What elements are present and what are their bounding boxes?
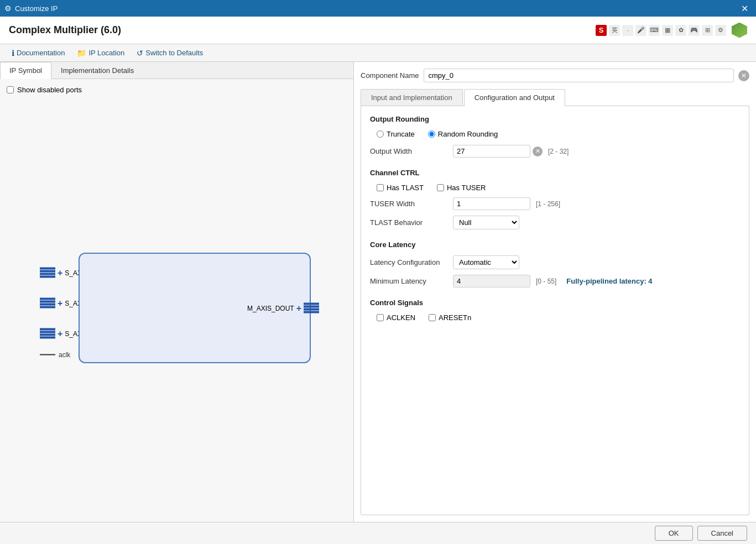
has-tlast-option[interactable]: Has TLAST — [377, 184, 424, 192]
ip-diagram: + S_AXIS_A + S_AXIS_B — [7, 101, 347, 515]
tuser-width-label: TUSER Width — [370, 200, 447, 208]
tab-configuration-output[interactable]: Configuration and Output — [464, 89, 565, 106]
tab-implementation-details[interactable]: Implementation Details — [51, 62, 143, 79]
has-tlast-checkbox[interactable] — [377, 184, 384, 191]
component-name-clear-button[interactable]: ✕ — [738, 70, 749, 81]
settings-icon[interactable]: ⚙ — [715, 25, 726, 36]
output-width-range: [2 - 32] — [548, 148, 569, 155]
ip-location-button[interactable]: 📁 IP Location — [72, 46, 129, 60]
channel-ctrl-section: Channel CTRL Has TLAST Has TUSER TUSER W… — [370, 169, 740, 229]
truncate-radio[interactable] — [377, 130, 384, 138]
output-width-input-group: ✕ — [453, 145, 543, 158]
dot-icon[interactable]: · — [622, 25, 633, 36]
header-icons: S 英 · 🎤 ⌨ ▦ ✿ 🎮 ⊞ ⚙ — [596, 23, 747, 38]
channel-ctrl-checkboxes: Has TLAST Has TUSER — [370, 184, 740, 192]
game-icon[interactable]: 🎮 — [689, 25, 700, 36]
close-button[interactable]: ✕ — [738, 3, 752, 14]
header: Complex Multiplier (6.0) S 英 · 🎤 ⌨ ▦ ✿ 🎮… — [0, 17, 756, 44]
info-icon: ℹ — [12, 49, 14, 57]
control-signals-title: Control Signals — [370, 299, 740, 307]
right-panel: Component Name ✕ Input and Implementatio… — [354, 62, 756, 522]
latency-config-row: Latency Configuration Automatic Manual — [370, 255, 740, 269]
tlast-behavior-row: TLAST Behavior Null Pass Vector_OR Null_… — [370, 216, 740, 229]
title-bar-title: Customize IP — [15, 4, 58, 13]
dialog-title: Complex Multiplier (6.0) — [9, 24, 596, 36]
random-rounding-radio[interactable] — [428, 130, 435, 138]
fully-pipelined-value: 4 — [648, 277, 652, 285]
component-name-row: Component Name ✕ — [361, 69, 749, 82]
output-width-row: Output Width ✕ [2 - 32] — [370, 145, 740, 158]
output-rounding-section: Output Rounding Truncate Random Rounding… — [370, 115, 740, 158]
s-axis-a-plus: + — [58, 268, 62, 278]
tlast-behavior-label: TLAST Behavior — [370, 218, 447, 227]
ok-button[interactable]: OK — [655, 526, 693, 541]
s-axis-ctrl-plus: + — [58, 328, 62, 338]
m-axis-dout-label: M_AXIS_DOUT — [247, 304, 294, 312]
app-icon: ⚙ — [4, 4, 12, 13]
keyboard-icon[interactable]: ⌨ — [649, 25, 660, 36]
minimum-latency-row: Minimum Latency [0 - 55] Fully-pipelined… — [370, 275, 740, 287]
aclken-checkbox[interactable] — [377, 314, 384, 321]
show-disabled-label[interactable]: Show disabled ports — [17, 86, 82, 94]
random-rounding-option[interactable]: Random Rounding — [428, 130, 498, 138]
mic-icon[interactable]: 🎤 — [635, 25, 646, 36]
footer: OK Cancel — [0, 522, 756, 544]
latency-config-label: Latency Configuration — [370, 258, 447, 266]
component-name-input[interactable] — [424, 69, 734, 82]
channel-ctrl-title: Channel CTRL — [370, 169, 740, 177]
xilinx-logo — [732, 23, 747, 38]
output-width-input[interactable] — [453, 145, 530, 158]
minimum-latency-range: [0 - 55] — [536, 278, 556, 285]
aresetn-option[interactable]: ARESETn — [429, 313, 471, 322]
refresh-icon: ↺ — [137, 49, 143, 57]
flower-icon[interactable]: ✿ — [675, 25, 686, 36]
left-panel-content: Show disabled ports + S_AXIS — [0, 79, 353, 522]
tab-input-implementation[interactable]: Input and Implementation — [361, 89, 463, 106]
switch-to-defaults-button[interactable]: ↺ Switch to Defaults — [132, 46, 208, 60]
folder-icon: 📁 — [77, 49, 86, 57]
truncate-option[interactable]: Truncate — [377, 130, 415, 138]
tuser-width-row: TUSER Width [1 - 256] — [370, 197, 740, 210]
left-panel-tabs: IP Symbol Implementation Details — [0, 62, 353, 79]
m-axis-dout-plus: + — [296, 303, 301, 313]
title-bar: ⚙ Customize IP ✕ — [0, 0, 756, 17]
right-content: Output Rounding Truncate Random Rounding… — [361, 106, 749, 515]
minimum-latency-label: Minimum Latency — [370, 277, 447, 285]
sogou-logo: S — [596, 25, 607, 36]
right-port: M_AXIS_DOUT + — [247, 303, 319, 313]
output-rounding-title: Output Rounding — [370, 115, 740, 123]
tuser-width-input[interactable] — [453, 197, 530, 210]
minimum-latency-input[interactable] — [453, 275, 530, 287]
has-tuser-option[interactable]: Has TUSER — [437, 184, 486, 192]
grid-icon[interactable]: ▦ — [662, 25, 673, 36]
core-latency-title: Core Latency — [370, 240, 740, 249]
tlast-behavior-select[interactable]: Null Pass Vector_OR Null_AND — [453, 216, 519, 229]
rounding-radio-group: Truncate Random Rounding — [370, 130, 740, 138]
control-signals-section: Control Signals ACLKEN ARESETn — [370, 299, 740, 322]
tuser-width-range: [1 - 256] — [536, 200, 560, 208]
left-panel: IP Symbol Implementation Details Show di… — [0, 62, 354, 522]
s-axis-b-plus: + — [58, 298, 62, 308]
documentation-button[interactable]: ℹ Documentation — [7, 46, 70, 60]
aclken-option[interactable]: ACLKEN — [377, 313, 415, 322]
toolbar: ℹ Documentation 📁 IP Location ↺ Switch t… — [0, 44, 756, 62]
aresetn-checkbox[interactable] — [429, 314, 436, 321]
right-tabs: Input and Implementation Configuration a… — [361, 89, 749, 106]
aclk-label: aclk — [59, 351, 70, 359]
output-width-label: Output Width — [370, 147, 447, 155]
show-disabled-checkbox[interactable] — [7, 86, 14, 93]
control-signals-checkboxes: ACLKEN ARESETn — [370, 313, 740, 322]
apps-icon[interactable]: ⊞ — [702, 25, 713, 36]
core-latency-section: Core Latency Latency Configuration Autom… — [370, 240, 740, 287]
component-name-label: Component Name — [361, 71, 419, 80]
output-width-clear-button[interactable]: ✕ — [533, 147, 543, 156]
has-tuser-checkbox[interactable] — [437, 184, 444, 191]
tab-ip-symbol[interactable]: IP Symbol — [0, 62, 51, 79]
latency-config-select[interactable]: Automatic Manual — [453, 255, 519, 269]
fully-pipelined-note: Fully-pipelined latency: 4 — [566, 277, 652, 285]
lang-icon[interactable]: 英 — [609, 25, 620, 36]
cancel-button[interactable]: Cancel — [697, 526, 747, 541]
main-layout: IP Symbol Implementation Details Show di… — [0, 62, 756, 522]
show-disabled-row: Show disabled ports — [7, 86, 347, 94]
